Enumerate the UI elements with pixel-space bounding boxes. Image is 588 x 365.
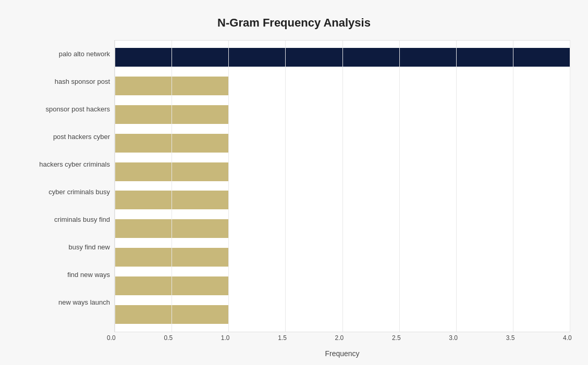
bar-hackers-cyber-criminals [115, 162, 228, 181]
x-tick-label: 3.5 [506, 334, 515, 342]
bar-cyber-criminals-busy [115, 191, 228, 209]
chart-container: N-Gram Frequency Analysis palo alto netw… [7, 6, 581, 360]
bar-hash-sponsor-post [115, 77, 228, 95]
bar-new-ways-launch [115, 305, 228, 324]
plot-area [114, 40, 570, 332]
bar-row [115, 131, 570, 155]
y-label: post hackers cyber [53, 123, 110, 149]
bar-palo-alto-network [115, 48, 570, 67]
bar-row [115, 103, 570, 127]
chart-title: N-Gram Frequency Analysis [18, 16, 570, 30]
bar-row [115, 74, 570, 98]
x-tick-label: 1.0 [221, 334, 230, 342]
y-label: palo alto network [59, 41, 110, 67]
bar-row [115, 274, 570, 298]
bar-busy-find-new [115, 248, 228, 267]
bar-row [115, 160, 570, 184]
y-label: cyber criminals busy [48, 179, 110, 205]
y-label: sponsor post hackers [45, 96, 110, 122]
y-axis-labels: palo alto networkhash sponsor postsponso… [18, 40, 114, 332]
bar-row [115, 217, 570, 241]
x-axis-title: Frequency [114, 349, 570, 358]
y-label: new ways launch [58, 290, 110, 316]
bar-row [115, 303, 570, 326]
grid-line [570, 41, 570, 332]
bar-sponsor-post-hackers [115, 105, 228, 124]
bar-row [115, 188, 570, 212]
bar-row [115, 245, 570, 269]
x-tick-label: 4.0 [563, 334, 572, 342]
x-tick-label: 0.0 [107, 334, 116, 342]
y-label: busy find new [69, 234, 111, 260]
x-tick-label: 3.0 [449, 334, 458, 342]
x-tick-label: 0.5 [164, 334, 173, 342]
bar-criminals-busy-find [115, 219, 228, 238]
x-axis: 0.00.51.01.52.02.53.03.54.0 Frequency [114, 332, 570, 358]
y-label: find new ways [67, 262, 110, 288]
bar-find-new-ways [115, 276, 228, 295]
x-tick-label: 2.5 [392, 334, 401, 342]
y-label: criminals busy find [54, 207, 110, 233]
y-label: hash sponsor post [55, 68, 110, 94]
bar-post-hackers-cyber [115, 134, 228, 153]
x-tick-label: 1.5 [278, 334, 287, 342]
y-label: hackers cyber criminals [39, 151, 110, 177]
bars-section [114, 40, 570, 332]
bar-row [115, 45, 570, 69]
x-tick-label: 2.0 [335, 334, 344, 342]
